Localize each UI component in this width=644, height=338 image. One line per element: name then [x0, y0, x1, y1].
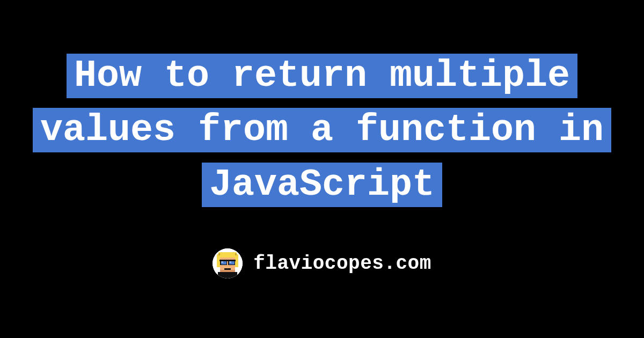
svg-rect-4: [218, 253, 220, 255]
svg-rect-18: [226, 260, 228, 265]
svg-rect-11: [221, 261, 223, 263]
avatar-icon: [213, 248, 243, 278]
page-title: How to return multiple values from a fun…: [0, 49, 644, 212]
svg-rect-5: [235, 253, 237, 255]
svg-rect-17: [220, 260, 221, 265]
svg-rect-14: [228, 260, 235, 261]
svg-rect-22: [218, 272, 237, 278]
svg-rect-7: [220, 270, 235, 272]
svg-rect-21: [224, 268, 231, 270]
site-name: flaviocopes.com: [253, 253, 431, 275]
svg-rect-12: [229, 261, 231, 263]
svg-rect-19: [228, 260, 229, 265]
svg-rect-13: [220, 260, 227, 261]
title-text: How to return multiple values from a fun…: [33, 54, 611, 207]
svg-rect-16: [228, 264, 235, 266]
svg-rect-20: [235, 260, 236, 265]
svg-rect-15: [220, 264, 227, 266]
footer: flaviocopes.com: [213, 248, 431, 278]
